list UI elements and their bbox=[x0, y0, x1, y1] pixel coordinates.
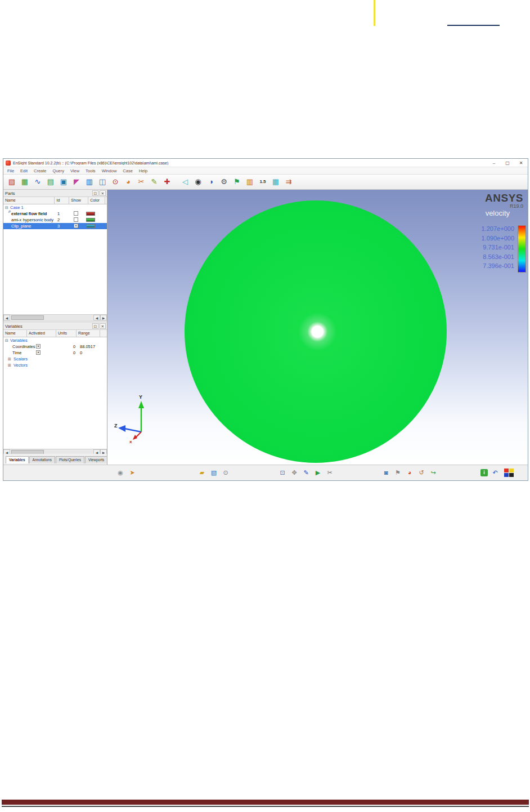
menu-item-view[interactable]: View bbox=[70, 168, 79, 173]
cut-icon[interactable]: ✂ bbox=[325, 468, 334, 477]
menu-item-file[interactable]: File bbox=[7, 168, 14, 173]
vars-col-range[interactable]: Range bbox=[77, 330, 100, 337]
black-swatch[interactable] bbox=[509, 473, 514, 477]
case-row[interactable]: ⊟ Case 1 bbox=[3, 204, 107, 211]
parts-col-show[interactable]: Show bbox=[69, 197, 88, 204]
record-icon[interactable]: ◉ bbox=[116, 468, 125, 477]
flipbook-icon[interactable]: ▥ bbox=[84, 176, 95, 188]
menu-item-query[interactable]: Query bbox=[53, 168, 64, 173]
annotation-icon[interactable]: ◤ bbox=[71, 176, 82, 188]
image-icon[interactable]: ▣ bbox=[58, 176, 69, 188]
part-row-selected[interactable]: Clip_plane 3 ✕ bbox=[3, 223, 107, 229]
parts-col-id[interactable]: Id bbox=[55, 197, 69, 204]
variable-group-label[interactable]: Vectors bbox=[14, 362, 28, 368]
frame-icon[interactable]: ◙ bbox=[381, 468, 390, 477]
vars-col-name[interactable]: Name bbox=[3, 330, 27, 337]
activated-checkbox-checked[interactable]: ✕ bbox=[36, 344, 41, 349]
show-checkbox[interactable] bbox=[74, 211, 78, 216]
menu-item-edit[interactable]: Edit bbox=[20, 168, 28, 173]
minimize-button[interactable]: – bbox=[487, 160, 501, 166]
parts-horizontal-scrollbar[interactable]: ◀ ◀ ▶ bbox=[3, 314, 107, 320]
close-panel-icon[interactable]: ✕ bbox=[100, 323, 106, 329]
variable-group-row[interactable]: ⊞ Vectors bbox=[3, 362, 107, 368]
float-panel-icon[interactable]: ⊡ bbox=[92, 190, 98, 196]
expand-icon[interactable]: ⊞ bbox=[8, 356, 11, 362]
color-swatch[interactable] bbox=[86, 224, 95, 228]
gear-icon[interactable]: ⚙ bbox=[218, 176, 230, 188]
pointer-icon[interactable]: ➤ bbox=[128, 468, 137, 477]
timestep-icon[interactable]: 1.5 bbox=[257, 176, 268, 188]
tab-variables[interactable]: Variables bbox=[6, 456, 29, 463]
menu-item-case[interactable]: Case bbox=[123, 168, 133, 173]
variable-group-row[interactable]: ⊞ Scalars bbox=[3, 356, 107, 362]
variable-group-label[interactable]: Scalars bbox=[14, 356, 28, 362]
parts-manager-icon[interactable]: ▧ bbox=[6, 176, 17, 188]
part-name[interactable]: ami-x hypersonic body bbox=[11, 217, 53, 223]
graphics-viewport[interactable]: ANSYS R19.0 velocity 1.207e+000 1.090e+0… bbox=[107, 190, 528, 465]
tab-plots-queries[interactable]: Plots/Queries bbox=[56, 456, 84, 463]
calculator-icon[interactable]: ▤ bbox=[45, 176, 56, 188]
variable-name[interactable]: Time bbox=[12, 350, 21, 356]
red-swatch[interactable] bbox=[504, 469, 509, 472]
blue-swatch[interactable] bbox=[504, 473, 509, 477]
transform-icon[interactable]: ✥ bbox=[290, 468, 299, 477]
draw-icon[interactable]: ✎ bbox=[302, 468, 311, 477]
vars-col-units[interactable]: Units bbox=[56, 330, 77, 337]
color-legend-bar[interactable] bbox=[518, 225, 526, 273]
sphere-icon[interactable]: ◑ bbox=[205, 176, 217, 188]
tab-annotations[interactable]: Annotations bbox=[29, 456, 55, 463]
collapse-icon[interactable]: ⊟ bbox=[5, 204, 8, 211]
menu-item-tools[interactable]: Tools bbox=[86, 168, 96, 173]
show-checkbox[interactable] bbox=[74, 217, 78, 222]
color-palette-icon[interactable]: ◕ bbox=[123, 176, 134, 188]
play-icon[interactable]: ▶ bbox=[313, 468, 322, 477]
activated-checkbox-checked[interactable]: ✕ bbox=[36, 350, 41, 355]
pencil-icon[interactable]: ✎ bbox=[149, 176, 160, 188]
select-box-icon[interactable]: ▧ bbox=[209, 468, 218, 477]
close-panel-icon[interactable]: ✕ bbox=[100, 190, 106, 196]
expand-icon[interactable]: ⊞ bbox=[8, 362, 11, 368]
color-swatch[interactable] bbox=[86, 218, 95, 222]
menu-item-window[interactable]: Window bbox=[102, 168, 117, 173]
close-button[interactable]: ✕ bbox=[514, 160, 528, 166]
chart-icon[interactable]: ▥ bbox=[244, 176, 255, 188]
clip-scissors-icon[interactable]: ✂ bbox=[136, 176, 147, 188]
tab-viewports[interactable]: Viewports bbox=[85, 456, 107, 463]
eye-icon[interactable]: ◉ bbox=[192, 176, 204, 188]
maximize-button[interactable]: ▢ bbox=[501, 160, 514, 166]
reset-icon[interactable]: ↺ bbox=[417, 468, 426, 477]
menu-item-create[interactable]: Create bbox=[34, 168, 47, 173]
part-name[interactable]: external flow field bbox=[11, 211, 47, 217]
title-bar[interactable]: EnSight Standard 10.2.2(b) :: (C:\Progra… bbox=[3, 159, 528, 167]
variable-row[interactable]: Coordinates ✕ 0 88.0517 bbox=[3, 343, 107, 350]
variables-root-row[interactable]: ⊟ Variables bbox=[3, 337, 107, 343]
info-icon[interactable]: i bbox=[480, 469, 488, 476]
parts-col-color[interactable]: Color bbox=[88, 197, 105, 204]
camera-icon[interactable]: ◫ bbox=[97, 176, 108, 188]
float-panel-icon[interactable]: ⊡ bbox=[92, 323, 98, 329]
grid-icon[interactable]: ▦ bbox=[270, 176, 281, 188]
variable-name[interactable]: Coordinates bbox=[12, 343, 35, 350]
part-name[interactable]: Clip_plane bbox=[11, 223, 31, 229]
menu-item-help[interactable]: Help bbox=[139, 168, 147, 173]
zoom-region-icon[interactable]: ⊡ bbox=[278, 468, 287, 477]
yellow-swatch[interactable] bbox=[509, 469, 514, 472]
redo-icon[interactable]: ↪ bbox=[429, 468, 438, 477]
part-row[interactable]: P external flow field 1 bbox=[3, 211, 107, 217]
part-row[interactable]: ami-x hypersonic body 2 bbox=[3, 217, 107, 223]
undo-icon[interactable]: ↶ bbox=[491, 468, 500, 477]
ruler-icon[interactable]: ◁ bbox=[179, 176, 191, 188]
scroll-left-icon[interactable]: ◀ bbox=[3, 315, 10, 320]
export-icon[interactable]: ⇉ bbox=[283, 176, 294, 188]
color-swatch[interactable] bbox=[86, 212, 95, 216]
plot-icon[interactable]: ∿ bbox=[32, 176, 43, 188]
case-label[interactable]: Case 1 bbox=[10, 204, 24, 211]
parts-col-name[interactable]: Name bbox=[3, 197, 55, 204]
zoom-icon[interactable]: ⊙ bbox=[110, 176, 121, 188]
palette-small-icon[interactable]: ◕ bbox=[405, 468, 414, 477]
spreadsheet-icon[interactable]: ▦ bbox=[19, 176, 30, 188]
magnifier-icon[interactable]: ⊙ bbox=[221, 468, 230, 477]
show-checkbox-checked[interactable]: ✕ bbox=[74, 224, 78, 228]
variable-row[interactable]: Time ✕ 0 0 bbox=[3, 350, 107, 356]
scroll-left-icon[interactable]: ◀ bbox=[93, 315, 100, 320]
